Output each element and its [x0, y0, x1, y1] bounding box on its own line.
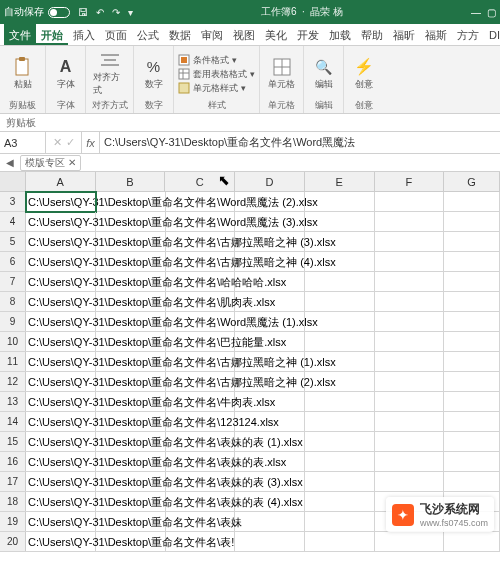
cell[interactable]	[375, 212, 445, 232]
col-header-D[interactable]: D	[235, 172, 305, 191]
enter-icon[interactable]: ✓	[66, 136, 75, 149]
number-button[interactable]: % 数字	[138, 57, 169, 91]
align-button[interactable]: 对齐方式	[93, 50, 127, 97]
tab-文件[interactable]: 文件	[4, 24, 36, 45]
row-header[interactable]: 18	[0, 492, 26, 511]
cell[interactable]	[305, 432, 375, 452]
row-header[interactable]: 8	[0, 292, 26, 311]
fx-icon[interactable]: fx	[82, 132, 100, 153]
row-header[interactable]: 6	[0, 252, 26, 271]
col-header-B[interactable]: B	[96, 172, 166, 191]
cell[interactable]	[375, 432, 445, 452]
cell[interactable]	[305, 452, 375, 472]
row-header[interactable]: 10	[0, 332, 26, 351]
cell[interactable]	[375, 252, 445, 272]
cell[interactable]	[375, 332, 445, 352]
row-header[interactable]: 3	[0, 192, 26, 211]
conditional-format-button[interactable]: 条件格式 ▾	[178, 53, 237, 67]
cell[interactable]	[375, 452, 445, 472]
row-header[interactable]: 14	[0, 412, 26, 431]
cell[interactable]	[305, 392, 375, 412]
tab-福斯[interactable]: 福斯	[420, 24, 452, 45]
save-icon[interactable]: 🖫	[78, 7, 88, 18]
cell[interactable]: C:\Users\QY-31\Desktop\重命名文件名\Word黑魔法 (2…	[26, 192, 96, 212]
cell-style-button[interactable]: 单元格样式 ▾	[178, 81, 246, 95]
cell[interactable]	[444, 452, 500, 472]
ideas-button[interactable]: ⚡ 创意	[348, 57, 380, 91]
formula-input[interactable]: C:\Users\QY-31\Desktop\重命名文件名\Word黑魔法	[100, 132, 500, 153]
row-header[interactable]: 11	[0, 352, 26, 371]
cell[interactable]	[375, 412, 445, 432]
tab-公式[interactable]: 公式	[132, 24, 164, 45]
cell[interactable]	[375, 292, 445, 312]
select-all-corner[interactable]	[0, 172, 26, 191]
cell[interactable]	[305, 512, 375, 532]
cell[interactable]: C:\Users\QY-31\Desktop\重命名文件名\表妹的表 (1).x…	[26, 432, 96, 452]
window-max-icon[interactable]: ▢	[487, 7, 496, 18]
cell[interactable]: C:\Users\QY-31\Desktop\重命名文件名\Word黑魔法 (3…	[26, 212, 96, 232]
cell[interactable]	[375, 352, 445, 372]
cell[interactable]	[444, 532, 500, 552]
row-header[interactable]: 17	[0, 472, 26, 491]
tab-帮助[interactable]: 帮助	[356, 24, 388, 45]
cell[interactable]	[444, 192, 500, 212]
cell[interactable]	[444, 412, 500, 432]
tab-DIY[interactable]: DIY	[484, 24, 500, 45]
cell[interactable]	[375, 232, 445, 252]
row-header[interactable]: 5	[0, 232, 26, 251]
cell[interactable]	[305, 492, 375, 512]
cell[interactable]	[444, 212, 500, 232]
cell[interactable]	[235, 512, 305, 532]
autosave-control[interactable]: 自动保存	[4, 5, 70, 19]
undo-icon[interactable]: ↶	[96, 7, 104, 18]
cell[interactable]: C:\Users\QY-31\Desktop\重命名文件名\牛肉表.xlsx	[26, 392, 96, 412]
paste-button[interactable]: 粘贴	[6, 57, 40, 91]
cell[interactable]: C:\Users\QY-31\Desktop\重命名文件名\巴拉能量.xlsx	[26, 332, 96, 352]
row-header[interactable]: 9	[0, 312, 26, 331]
cell[interactable]	[375, 392, 445, 412]
cell[interactable]	[444, 392, 500, 412]
cell[interactable]	[305, 412, 375, 432]
autosave-toggle-icon[interactable]	[48, 7, 70, 18]
cell[interactable]	[305, 272, 375, 292]
cell[interactable]	[375, 312, 445, 332]
redo-icon[interactable]: ↷	[112, 7, 120, 18]
cell[interactable]	[444, 292, 500, 312]
cancel-icon[interactable]: ✕	[53, 136, 62, 149]
tab-美化[interactable]: 美化	[260, 24, 292, 45]
cell[interactable]	[444, 272, 500, 292]
cell[interactable]: C:\Users\QY-31\Desktop\重命名文件名\哈哈哈哈.xlsx	[26, 272, 96, 292]
col-header-E[interactable]: E	[305, 172, 375, 191]
editing-button[interactable]: 🔍 编辑	[308, 57, 339, 91]
col-header-A[interactable]: A	[26, 172, 96, 191]
tab-加载[interactable]: 加载	[324, 24, 356, 45]
tab-插入[interactable]: 插入	[68, 24, 100, 45]
cell[interactable]: C:\Users\QY-31\Desktop\重命名文件名\古娜拉黑暗之神 (4…	[26, 252, 96, 272]
template-prev-icon[interactable]: ◀	[6, 157, 14, 168]
col-header-F[interactable]: F	[375, 172, 445, 191]
tab-方方[interactable]: 方方	[452, 24, 484, 45]
col-header-G[interactable]: G	[444, 172, 500, 191]
cell[interactable]	[444, 352, 500, 372]
row-header[interactable]: 13	[0, 392, 26, 411]
font-button[interactable]: A 字体	[50, 57, 81, 91]
cell[interactable]	[444, 252, 500, 272]
cell[interactable]: C:\Users\QY-31\Desktop\重命名文件名\表妹	[26, 512, 96, 532]
cell[interactable]	[375, 372, 445, 392]
tab-视图[interactable]: 视图	[228, 24, 260, 45]
cell[interactable]	[444, 472, 500, 492]
cell[interactable]	[375, 472, 445, 492]
row-header[interactable]: 4	[0, 212, 26, 231]
cells-button[interactable]: 单元格	[265, 57, 299, 91]
spreadsheet-grid[interactable]: ⬉ ABCDEFG 3C:\Users\QY-31\Desktop\重命名文件名…	[0, 172, 500, 552]
cell[interactable]	[235, 532, 305, 552]
window-min-icon[interactable]: —	[471, 7, 481, 18]
cell[interactable]	[444, 332, 500, 352]
name-box[interactable]: A3	[0, 132, 46, 153]
cell[interactable]: C:\Users\QY-31\Desktop\重命名文件名\表妹的表.xlsx	[26, 452, 96, 472]
cell[interactable]	[375, 532, 445, 552]
cell[interactable]	[305, 532, 375, 552]
tab-数据[interactable]: 数据	[164, 24, 196, 45]
cell[interactable]	[444, 312, 500, 332]
tab-开发[interactable]: 开发	[292, 24, 324, 45]
